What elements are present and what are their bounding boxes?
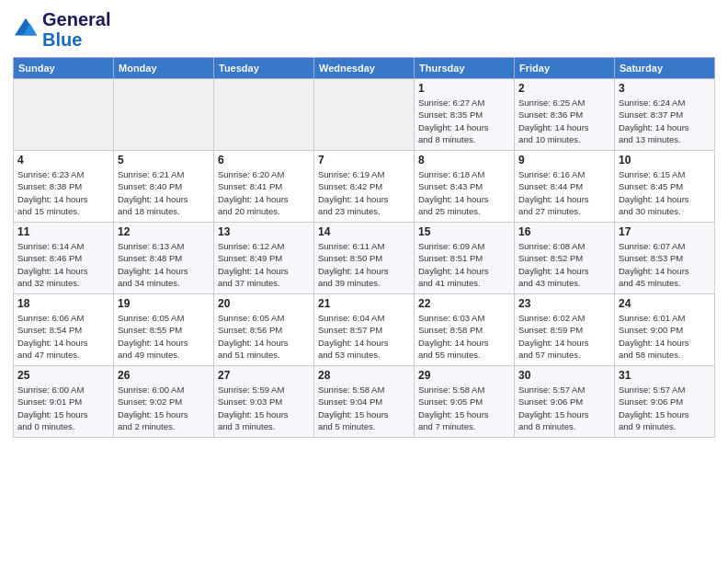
calendar-cell: 15Sunrise: 6:09 AMSunset: 8:51 PMDayligh… xyxy=(415,223,515,294)
day-number: 8 xyxy=(418,154,510,167)
calendar-cell: 11Sunrise: 6:14 AMSunset: 8:46 PMDayligh… xyxy=(14,223,114,294)
day-info: Sunrise: 6:09 AMSunset: 8:51 PMDaylight:… xyxy=(418,240,510,289)
calendar-cell: 30Sunrise: 5:57 AMSunset: 9:06 PMDayligh… xyxy=(515,366,615,438)
calendar-cell: 12Sunrise: 6:13 AMSunset: 8:48 PMDayligh… xyxy=(114,223,214,294)
page: General Blue SundayMondayTuesdayWednesda… xyxy=(0,0,728,563)
day-info: Sunrise: 6:18 AMSunset: 8:43 PMDaylight:… xyxy=(418,168,510,217)
day-info: Sunrise: 5:57 AMSunset: 9:06 PMDaylight:… xyxy=(518,384,610,432)
day-number: 16 xyxy=(518,225,610,238)
calendar-cell: 28Sunrise: 5:58 AMSunset: 9:04 PMDayligh… xyxy=(314,366,415,438)
day-info: Sunrise: 5:58 AMSunset: 9:04 PMDaylight:… xyxy=(318,384,410,432)
day-number: 20 xyxy=(218,297,310,310)
day-number: 15 xyxy=(418,225,510,238)
calendar-cell: 26Sunrise: 6:00 AMSunset: 9:02 PMDayligh… xyxy=(114,366,214,438)
calendar-cell: 9Sunrise: 6:16 AMSunset: 8:44 PMDaylight… xyxy=(515,151,615,223)
calendar-cell: 16Sunrise: 6:08 AMSunset: 8:52 PMDayligh… xyxy=(515,223,615,294)
calendar-cell: 23Sunrise: 6:02 AMSunset: 8:59 PMDayligh… xyxy=(515,294,615,366)
day-info: Sunrise: 5:58 AMSunset: 9:05 PMDaylight:… xyxy=(418,384,510,432)
day-info: Sunrise: 6:05 AMSunset: 8:55 PMDaylight:… xyxy=(118,312,210,361)
calendar-cell: 24Sunrise: 6:01 AMSunset: 9:00 PMDayligh… xyxy=(615,294,715,366)
day-number: 9 xyxy=(518,154,610,167)
day-number: 17 xyxy=(619,225,711,238)
day-number: 13 xyxy=(218,225,310,238)
week-row-1: 1Sunrise: 6:27 AMSunset: 8:35 PMDaylight… xyxy=(14,79,715,151)
calendar-cell: 18Sunrise: 6:06 AMSunset: 8:54 PMDayligh… xyxy=(14,294,114,366)
weekday-header-friday: Friday xyxy=(515,58,615,79)
week-row-5: 25Sunrise: 6:00 AMSunset: 9:01 PMDayligh… xyxy=(14,366,715,438)
day-number: 26 xyxy=(118,369,210,382)
day-info: Sunrise: 6:07 AMSunset: 8:53 PMDaylight:… xyxy=(619,240,711,289)
logo-icon xyxy=(13,17,39,42)
weekday-header-sunday: Sunday xyxy=(14,58,114,79)
day-info: Sunrise: 6:00 AMSunset: 9:01 PMDaylight:… xyxy=(17,384,109,432)
day-number: 24 xyxy=(619,297,711,310)
calendar-cell: 21Sunrise: 6:04 AMSunset: 8:57 PMDayligh… xyxy=(314,294,415,366)
day-number: 3 xyxy=(619,82,711,95)
day-number: 23 xyxy=(518,297,610,310)
calendar-cell: 22Sunrise: 6:03 AMSunset: 8:58 PMDayligh… xyxy=(415,294,515,366)
day-info: Sunrise: 6:06 AMSunset: 8:54 PMDaylight:… xyxy=(17,312,109,361)
day-info: Sunrise: 6:03 AMSunset: 8:58 PMDaylight:… xyxy=(418,312,510,361)
day-number: 21 xyxy=(318,297,410,310)
calendar-cell: 14Sunrise: 6:11 AMSunset: 8:50 PMDayligh… xyxy=(314,223,415,294)
day-info: Sunrise: 6:04 AMSunset: 8:57 PMDaylight:… xyxy=(318,312,410,361)
day-info: Sunrise: 6:15 AMSunset: 8:45 PMDaylight:… xyxy=(619,168,711,217)
calendar-cell: 4Sunrise: 6:23 AMSunset: 8:38 PMDaylight… xyxy=(14,151,114,223)
day-info: Sunrise: 6:16 AMSunset: 8:44 PMDaylight:… xyxy=(518,168,610,217)
logo-text: General Blue xyxy=(42,9,110,50)
day-number: 27 xyxy=(218,369,310,382)
calendar-cell xyxy=(314,79,415,151)
day-number: 1 xyxy=(418,82,510,95)
day-number: 14 xyxy=(318,225,410,238)
day-info: Sunrise: 6:25 AMSunset: 8:36 PMDaylight:… xyxy=(518,97,610,145)
calendar-cell: 6Sunrise: 6:20 AMSunset: 8:41 PMDaylight… xyxy=(214,151,314,223)
week-row-2: 4Sunrise: 6:23 AMSunset: 8:38 PMDaylight… xyxy=(14,151,715,223)
day-info: Sunrise: 6:21 AMSunset: 8:40 PMDaylight:… xyxy=(118,168,210,217)
week-row-4: 18Sunrise: 6:06 AMSunset: 8:54 PMDayligh… xyxy=(14,294,715,366)
calendar-cell: 7Sunrise: 6:19 AMSunset: 8:42 PMDaylight… xyxy=(314,151,415,223)
calendar-cell xyxy=(14,79,114,151)
day-number: 10 xyxy=(619,154,711,167)
calendar-cell: 17Sunrise: 6:07 AMSunset: 8:53 PMDayligh… xyxy=(615,223,715,294)
day-info: Sunrise: 6:14 AMSunset: 8:46 PMDaylight:… xyxy=(17,240,109,289)
weekday-header-monday: Monday xyxy=(114,58,214,79)
calendar-cell: 29Sunrise: 5:58 AMSunset: 9:05 PMDayligh… xyxy=(415,366,515,438)
calendar-cell xyxy=(214,79,314,151)
day-number: 28 xyxy=(318,369,410,382)
day-number: 11 xyxy=(17,225,109,238)
day-number: 19 xyxy=(118,297,210,310)
calendar-cell: 19Sunrise: 6:05 AMSunset: 8:55 PMDayligh… xyxy=(114,294,214,366)
day-info: Sunrise: 6:20 AMSunset: 8:41 PMDaylight:… xyxy=(218,168,310,217)
calendar-cell: 13Sunrise: 6:12 AMSunset: 8:49 PMDayligh… xyxy=(214,223,314,294)
day-info: Sunrise: 6:08 AMSunset: 8:52 PMDaylight:… xyxy=(518,240,610,289)
day-info: Sunrise: 6:12 AMSunset: 8:49 PMDaylight:… xyxy=(218,240,310,289)
day-info: Sunrise: 6:11 AMSunset: 8:50 PMDaylight:… xyxy=(318,240,410,289)
day-number: 22 xyxy=(418,297,510,310)
calendar-cell: 10Sunrise: 6:15 AMSunset: 8:45 PMDayligh… xyxy=(615,151,715,223)
day-info: Sunrise: 6:24 AMSunset: 8:37 PMDaylight:… xyxy=(619,97,711,145)
calendar-cell: 5Sunrise: 6:21 AMSunset: 8:40 PMDaylight… xyxy=(114,151,214,223)
weekday-header-thursday: Thursday xyxy=(415,58,515,79)
day-number: 29 xyxy=(418,369,510,382)
day-info: Sunrise: 6:27 AMSunset: 8:35 PMDaylight:… xyxy=(418,97,510,145)
calendar-cell: 8Sunrise: 6:18 AMSunset: 8:43 PMDaylight… xyxy=(415,151,515,223)
day-info: Sunrise: 6:23 AMSunset: 8:38 PMDaylight:… xyxy=(17,168,109,217)
day-info: Sunrise: 5:57 AMSunset: 9:06 PMDaylight:… xyxy=(619,384,711,432)
day-number: 12 xyxy=(118,225,210,238)
day-number: 6 xyxy=(218,154,310,167)
day-info: Sunrise: 6:19 AMSunset: 8:42 PMDaylight:… xyxy=(318,168,410,217)
day-number: 18 xyxy=(17,297,109,310)
calendar-cell: 31Sunrise: 5:57 AMSunset: 9:06 PMDayligh… xyxy=(615,366,715,438)
day-number: 31 xyxy=(619,369,711,382)
day-info: Sunrise: 6:05 AMSunset: 8:56 PMDaylight:… xyxy=(218,312,310,361)
calendar-cell: 2Sunrise: 6:25 AMSunset: 8:36 PMDaylight… xyxy=(515,79,615,151)
weekday-header-row: SundayMondayTuesdayWednesdayThursdayFrid… xyxy=(14,58,715,79)
weekday-header-tuesday: Tuesday xyxy=(214,58,314,79)
day-number: 5 xyxy=(118,154,210,167)
calendar-cell: 25Sunrise: 6:00 AMSunset: 9:01 PMDayligh… xyxy=(14,366,114,438)
weekday-header-saturday: Saturday xyxy=(615,58,715,79)
calendar-cell: 20Sunrise: 6:05 AMSunset: 8:56 PMDayligh… xyxy=(214,294,314,366)
day-number: 4 xyxy=(17,154,109,167)
day-number: 25 xyxy=(17,369,109,382)
day-number: 7 xyxy=(318,154,410,167)
